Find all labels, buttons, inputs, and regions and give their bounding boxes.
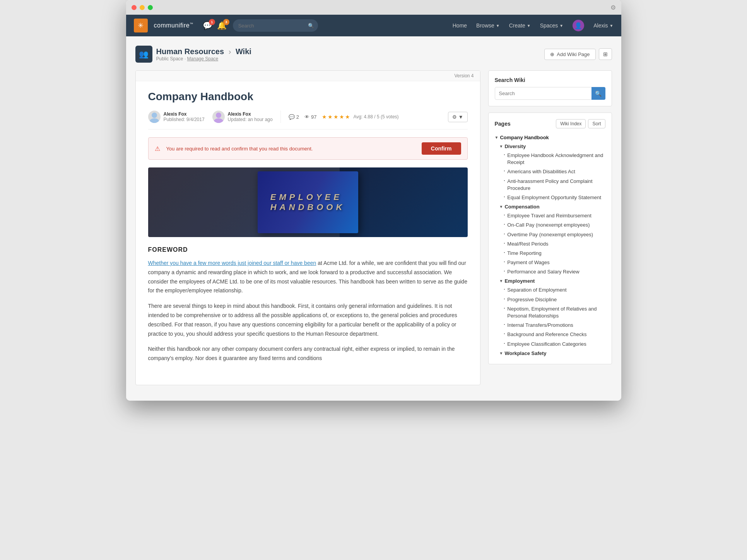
version-bar: Version 4 <box>136 71 480 81</box>
space-icon: 👥 <box>135 46 152 63</box>
alert-message: You are required to read and confirm tha… <box>166 146 415 152</box>
content-layout: Version 4 Company Handbook Alexis Fox Pu… <box>135 70 612 385</box>
bookmark-button[interactable]: ⊞ <box>599 48 612 60</box>
employment-leaves: •Separation of Employment •Progressive D… <box>504 285 605 348</box>
page-body: 👥 Human Resources › Wiki Public Space · … <box>126 36 621 401</box>
logo-text: communifire™ <box>154 22 193 29</box>
meta-stats: 💬 2 👁 97 ★ ★ ★ <box>289 114 399 120</box>
foreword-heading: FOREWORD <box>148 246 468 253</box>
settings-icon[interactable]: ⚙ <box>610 4 616 11</box>
author2-avatar <box>212 111 225 123</box>
list-item[interactable]: •Internal Transfers/Promotions <box>504 321 605 330</box>
messages-button[interactable]: 💬 1 <box>203 21 212 30</box>
svg-point-2 <box>216 113 221 118</box>
rating-stat: ★ ★ ★ ★ ★ Avg: 4.88 / 5 (5 votes) <box>322 114 398 120</box>
notifications-button[interactable]: 🔔 3 <box>217 21 227 30</box>
list-item[interactable]: •Time Reporting <box>504 249 605 258</box>
star-2: ★ <box>328 114 333 120</box>
handbook-image: EMPLOYEEHANDBOOK <box>148 167 468 237</box>
nav-spaces[interactable]: Spaces ▼ <box>540 22 564 29</box>
global-search-input[interactable] <box>233 19 318 32</box>
compensation-caret: ▼ <box>499 205 503 209</box>
nav-home[interactable]: Home <box>453 22 467 29</box>
list-item[interactable]: •Employee Handbook Acknowledgment and Re… <box>504 151 605 167</box>
list-item[interactable]: •On-Call Pay (nonexempt employees) <box>504 220 605 230</box>
star-rating[interactable]: ★ ★ ★ ★ ★ <box>322 114 350 120</box>
tree-branch-diversity: ▼ Diversity •Employee Handbook Acknowled… <box>499 142 605 202</box>
diversity-leaves: •Employee Handbook Acknowledgment and Re… <box>504 151 605 202</box>
list-item[interactable]: •Meal/Rest Periods <box>504 239 605 249</box>
breadcrumb-subtitle: Public Space · Manage Space <box>156 56 251 61</box>
pages-title: Pages <box>495 121 511 127</box>
list-item[interactable]: •Payment of Wages <box>504 258 605 267</box>
employment-caret: ▼ <box>499 279 503 283</box>
create-chevron: ▼ <box>527 24 531 28</box>
maximize-button[interactable] <box>148 5 153 10</box>
tree-root-company-handbook[interactable]: ▼ Company Handbook <box>495 133 605 142</box>
nav-create[interactable]: Create ▼ <box>509 22 531 29</box>
article-title: Company Handbook <box>148 90 468 103</box>
rating-text: Avg: 4.88 / 5 (5 votes) <box>353 114 398 120</box>
workplace-safety-branch[interactable]: ▼ Workplace Safety <box>499 349 605 358</box>
tree-branch-compensation: ▼ Compensation •Employee Travel and Reim… <box>499 202 605 277</box>
employment-branch[interactable]: ▼ Employment <box>499 277 605 285</box>
diversity-branch[interactable]: ▼ Diversity <box>499 142 605 151</box>
breadcrumb-actions: ⊕ Add Wiki Page ⊞ <box>544 48 612 60</box>
article-settings-button[interactable]: ⚙ ▼ <box>448 112 468 122</box>
spaces-chevron: ▼ <box>559 24 563 28</box>
minimize-button[interactable] <box>140 5 145 10</box>
compensation-branch[interactable]: ▼ Compensation <box>499 202 605 211</box>
list-item[interactable]: •Progressive Discipline <box>504 295 605 304</box>
confirm-button[interactable]: Confirm <box>422 142 461 155</box>
settings-chevron: ▼ <box>458 114 463 120</box>
wiki-search-wrap: 🔍 <box>495 87 605 100</box>
author1: Alexis Fox Published: 9/4/2017 <box>148 111 205 123</box>
gear-icon: ⚙ <box>452 114 457 120</box>
list-item[interactable]: •Anti-harassment Policy and Complaint Pr… <box>504 177 605 193</box>
list-item[interactable]: •Americans with Disabilities Act <box>504 167 605 176</box>
eye-icon: 👁 <box>304 114 309 120</box>
author2-info: Alexis Fox Updated: an hour ago <box>228 111 273 122</box>
wiki-index-button[interactable]: Wiki Index <box>556 119 586 128</box>
root-caret: ▼ <box>495 135 499 140</box>
star-3: ★ <box>333 114 338 120</box>
page-tree: ▼ Company Handbook ▼ Diversity •Employee… <box>495 133 605 358</box>
list-item[interactable]: •Equal Employment Opportunity Statement <box>504 193 605 202</box>
main-article: Version 4 Company Handbook Alexis Fox Pu… <box>135 70 480 385</box>
article-para-3: Neither this handbook nor any other comp… <box>148 345 468 363</box>
breadcrumb-title: Human Resources › Wiki <box>156 47 251 56</box>
article-para-1: Whether you have a few more words just j… <box>148 259 468 295</box>
list-item[interactable]: •Performance and Salary Review <box>504 267 605 277</box>
wiki-search-input[interactable] <box>495 87 605 100</box>
nav-icons: 💬 1 🔔 3 <box>203 21 227 30</box>
close-button[interactable] <box>132 5 137 10</box>
nav-user[interactable]: Alexis ▼ <box>593 22 613 29</box>
wiki-search-button[interactable]: 🔍 <box>591 87 605 100</box>
user-avatar[interactable]: 👤 <box>573 20 584 31</box>
top-navigation: ✳ communifire™ 💬 1 🔔 3 🔍 Home Browse ▼ C… <box>126 15 621 36</box>
comment-icon: 💬 <box>289 114 295 120</box>
list-item[interactable]: •Separation of Employment <box>504 285 605 295</box>
list-item[interactable]: •Background and Reference Checks <box>504 330 605 339</box>
article-body: Company Handbook Alexis Fox Published: 9… <box>136 81 480 385</box>
search-icon: 🔍 <box>308 23 314 29</box>
read-confirm-alert: ⚠ You are required to read and confirm t… <box>148 137 468 160</box>
svg-point-3 <box>214 118 223 123</box>
list-item[interactable]: •Employee Classification Categories <box>504 340 605 349</box>
sort-button[interactable]: Sort <box>588 119 605 128</box>
manage-space-link[interactable]: Manage Space <box>187 56 219 61</box>
titlebar: ⚙ <box>126 0 621 15</box>
comments-stat: 💬 2 <box>289 114 299 120</box>
breadcrumb: 👥 Human Resources › Wiki Public Space · … <box>135 46 612 63</box>
intro-link[interactable]: Whether you have a few more words just j… <box>148 260 316 266</box>
list-item[interactable]: •Nepotism, Employment of Relatives and P… <box>504 304 605 321</box>
logo-icon: ✳ <box>138 21 144 30</box>
add-wiki-page-button[interactable]: ⊕ Add Wiki Page <box>544 49 595 60</box>
sidebar: Search Wiki 🔍 Pages Wiki Index Sort <box>488 70 612 385</box>
author1-avatar <box>148 111 161 123</box>
wiki-search-title: Search Wiki <box>495 77 605 83</box>
nav-browse[interactable]: Browse ▼ <box>476 22 500 29</box>
pages-header: Pages Wiki Index Sort <box>495 119 605 128</box>
list-item[interactable]: •Employee Travel and Reimbursement <box>504 211 605 220</box>
list-item[interactable]: •Overtime Pay (nonexempt employees) <box>504 230 605 239</box>
